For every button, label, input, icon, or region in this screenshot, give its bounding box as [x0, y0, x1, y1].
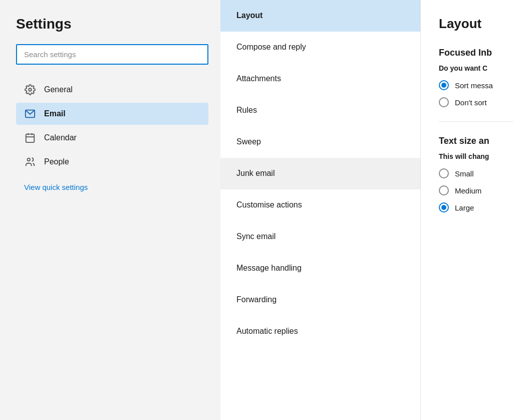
- text-size-subheading: This will chang: [439, 152, 513, 160]
- right-panel: Layout Focused Inb Do you want C Sort me…: [421, 0, 531, 420]
- menu-item-compose-reply[interactable]: Compose and reply: [220, 32, 420, 63]
- radio-label-medium: Medium: [455, 186, 481, 195]
- radio-item-sort-messages[interactable]: Sort messa: [439, 80, 513, 90]
- sidebar-item-people[interactable]: People: [16, 151, 208, 173]
- sidebar-item-general[interactable]: General: [16, 79, 208, 101]
- calendar-icon: [24, 132, 36, 144]
- menu-item-attachments[interactable]: Attachments: [220, 63, 420, 95]
- menu-item-message-handling[interactable]: Message handling: [220, 253, 420, 284]
- radio-label-sort-messages: Sort messa: [455, 81, 493, 90]
- sidebar-item-email[interactable]: Email: [16, 103, 208, 125]
- radio-label-small: Small: [455, 169, 474, 178]
- menu-item-rules[interactable]: Rules: [220, 95, 420, 126]
- radio-circle-small: [439, 168, 449, 178]
- radio-circle-medium: [439, 185, 449, 195]
- text-size-radio-group: Small Medium Large: [439, 168, 513, 213]
- people-icon: [24, 156, 36, 168]
- menu-item-sweep[interactable]: Sweep: [220, 126, 420, 158]
- search-input[interactable]: [16, 44, 208, 65]
- email-icon: [24, 108, 36, 120]
- sidebar-item-calendar[interactable]: Calendar: [16, 127, 208, 149]
- text-size-heading: Text size an: [439, 136, 513, 146]
- radio-item-small[interactable]: Small: [439, 168, 513, 178]
- radio-circle-large: [439, 202, 449, 213]
- focused-inbox-subheading: Do you want C: [439, 64, 513, 72]
- nav-list: General Email Calendar People: [16, 79, 208, 173]
- menu-list: LayoutCompose and replyAttachmentsRulesS…: [220, 0, 420, 347]
- right-panel-title: Layout: [439, 16, 513, 32]
- gear-icon: [24, 84, 36, 96]
- svg-point-6: [28, 158, 31, 161]
- settings-title: Settings: [16, 16, 208, 32]
- sidebar-item-label: People: [44, 157, 69, 166]
- radio-label-dont-sort: Don't sort: [455, 98, 487, 107]
- menu-item-junk-email[interactable]: Junk email: [220, 158, 420, 189]
- svg-point-0: [29, 88, 32, 91]
- quick-settings-link[interactable]: View quick settings: [24, 183, 88, 191]
- focused-inbox-heading: Focused Inb: [439, 48, 513, 58]
- sidebar-item-label: Calendar: [44, 133, 77, 142]
- radio-item-medium[interactable]: Medium: [439, 185, 513, 195]
- menu-item-forwarding[interactable]: Forwarding: [220, 284, 420, 316]
- menu-item-automatic-replies[interactable]: Automatic replies: [220, 316, 420, 347]
- middle-panel: LayoutCompose and replyAttachmentsRulesS…: [220, 0, 421, 420]
- radio-circle-sort-messages: [439, 80, 449, 90]
- sidebar: Settings General Email Calendar People V…: [0, 0, 220, 420]
- divider: [439, 121, 513, 122]
- radio-label-large: Large: [455, 203, 474, 212]
- sidebar-item-label: Email: [44, 109, 66, 118]
- radio-item-large[interactable]: Large: [439, 202, 513, 213]
- svg-rect-2: [26, 134, 35, 143]
- focused-inbox-radio-group: Sort messa Don't sort: [439, 80, 513, 107]
- sidebar-item-label: General: [44, 85, 73, 94]
- radio-item-dont-sort[interactable]: Don't sort: [439, 97, 513, 107]
- radio-circle-dont-sort: [439, 97, 449, 107]
- menu-item-sync-email[interactable]: Sync email: [220, 221, 420, 253]
- menu-item-customise-actions[interactable]: Customise actions: [220, 189, 420, 221]
- menu-item-layout[interactable]: Layout: [220, 0, 420, 32]
